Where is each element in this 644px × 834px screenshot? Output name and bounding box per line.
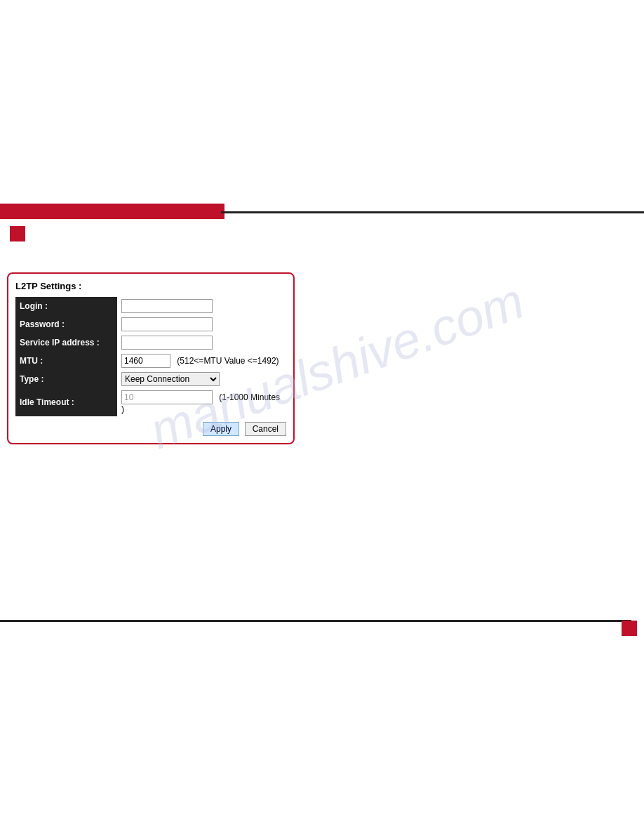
password-row: Password :: [15, 315, 286, 333]
service-ip-label: Service IP address :: [15, 333, 117, 352]
section-icon: [10, 226, 25, 241]
type-row: Type : Keep Connection Connect on Demand…: [15, 370, 286, 388]
mtu-label: MTU :: [15, 352, 117, 370]
bottom-line: [0, 620, 631, 622]
form-title: L2TP Settings :: [15, 281, 286, 291]
l2tp-settings-panel: L2TP Settings : Login : Password : Servi…: [7, 272, 295, 444]
idle-timeout-label: Idle Timeout :: [15, 388, 117, 416]
top-line: [221, 211, 644, 213]
mtu-hint: (512<=MTU Value <=1492): [177, 356, 279, 366]
settings-table: Login : Password : Service IP address : …: [15, 297, 286, 416]
idle-timeout-input[interactable]: [121, 390, 213, 404]
password-label: Password :: [15, 315, 117, 333]
top-banner: [0, 204, 224, 219]
service-ip-input[interactable]: [121, 336, 213, 350]
bottom-red-square: [622, 621, 637, 636]
mtu-row: MTU : (512<=MTU Value <=1492): [15, 352, 286, 370]
cancel-button[interactable]: Cancel: [245, 422, 286, 436]
apply-button[interactable]: Apply: [203, 422, 239, 436]
service-ip-row: Service IP address :: [15, 333, 286, 352]
type-select[interactable]: Keep Connection Connect on Demand Manual: [121, 372, 220, 386]
mtu-input[interactable]: [121, 354, 170, 368]
idle-timeout-row: Idle Timeout : (1-1000 Minutes ): [15, 388, 286, 416]
login-input[interactable]: [121, 299, 213, 313]
button-row: Apply Cancel: [15, 422, 286, 436]
type-label: Type :: [15, 370, 117, 388]
login-label: Login :: [15, 297, 117, 315]
login-row: Login :: [15, 297, 286, 315]
password-input[interactable]: [121, 317, 213, 331]
